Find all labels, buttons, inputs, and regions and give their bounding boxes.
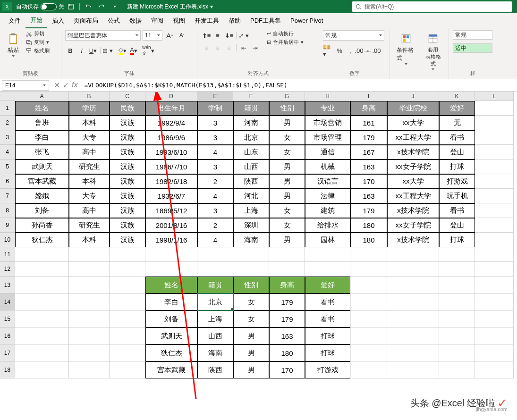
cell-A1[interactable]: 姓名 [15,101,69,116]
cell-I14[interactable] [350,294,387,311]
cell-K17[interactable] [439,344,475,361]
cell-D14[interactable]: 李白 [145,294,197,311]
cell-B15[interactable] [69,311,110,328]
cell-J5[interactable]: xx女子学院 [387,160,439,174]
cell-K16[interactable] [439,328,475,344]
row-header-7[interactable]: 7 [0,189,15,203]
cell-L4[interactable] [475,145,514,160]
cell-I11[interactable] [350,247,387,262]
col-header-B[interactable]: B [69,92,110,101]
cell-B17[interactable] [69,344,110,361]
cell-B1[interactable]: 学历 [69,101,110,116]
cell-I18[interactable] [350,361,387,378]
cell-J13[interactable] [387,277,439,294]
cell-J6[interactable]: xx大学 [387,174,439,189]
cell-G1[interactable]: 性别 [269,101,305,116]
cell-H10[interactable]: 园林 [305,233,350,247]
cell-D11[interactable] [145,247,197,262]
cell-D7[interactable]: 1932/6/7 [145,189,197,203]
menu-公式[interactable]: 公式 [103,14,125,28]
cell-K11[interactable] [439,247,475,262]
cell-J9[interactable]: xx女子学院 [387,218,439,233]
cell-H7[interactable]: 法律 [305,189,350,203]
cell-F8[interactable]: 上海 [233,203,269,218]
format-painter-button[interactable]: 格式刷 [25,47,50,54]
align-right-icon[interactable]: ≡ [224,42,234,53]
cell-L12[interactable] [475,262,514,277]
cell-C12[interactable] [110,262,145,277]
cell-I16[interactable] [350,328,387,344]
col-header-A[interactable]: A [15,92,69,101]
col-header-F[interactable]: F [233,92,269,101]
cell-E12[interactable] [197,262,233,277]
cell-J3[interactable]: xx工程大学 [387,130,439,145]
cell-G16[interactable]: 163 [269,328,305,344]
number-format-select[interactable]: 常规 [323,30,384,41]
align-bottom-icon[interactable]: ⬇≡ [224,30,234,41]
cell-K18[interactable] [439,361,475,378]
cell-J17[interactable] [387,344,439,361]
cell-C14[interactable] [110,294,145,311]
percent-icon[interactable]: % [334,45,345,56]
menu-数据[interactable]: 数据 [125,14,146,28]
cell-C4[interactable]: 汉族 [110,145,145,160]
row-header-14[interactable]: 14 [0,294,15,311]
cell-L18[interactable] [475,361,514,378]
cut-button[interactable]: 剪切 [25,30,50,37]
copy-button[interactable]: 复制 ▾ [25,39,50,46]
cell-C16[interactable] [110,328,145,344]
row-header-16[interactable]: 16 [0,328,15,344]
menu-Power Pivot[interactable]: Power Pivot [286,14,328,27]
cell-F1[interactable]: 籍贯 [233,101,269,116]
cell-C11[interactable] [110,247,145,262]
cell-D12[interactable] [145,262,197,277]
cell-F9[interactable]: 深圳 [233,218,269,233]
cell-E15[interactable]: 上海 [197,311,233,328]
border-icon[interactable]: ⊞ ▾ [102,45,113,56]
cell-J2[interactable]: xx大学 [387,116,439,130]
cell-E10[interactable]: 4 [197,233,233,247]
menu-插入[interactable]: 插入 [47,14,69,28]
cell-E11[interactable] [197,247,233,262]
cell-L17[interactable] [475,344,514,361]
row-header-12[interactable]: 12 [0,262,15,277]
formula-bar[interactable]: =VLOOKUP($D14,$A$1:$K$10,MATCH(E$13,$A$1… [80,82,517,89]
cell-E13[interactable]: 籍贯 [197,277,233,294]
col-header-L[interactable]: L [475,92,514,101]
cell-F17[interactable]: 男 [233,344,269,361]
cell-H17[interactable]: 打球 [305,344,350,361]
cell-L13[interactable] [475,277,514,294]
cell-G18[interactable]: 170 [269,361,305,378]
save-icon[interactable] [65,1,76,12]
cell-E3[interactable]: 3 [197,130,233,145]
cell-I17[interactable] [350,344,387,361]
format-table-button[interactable]: 套用 表格格式 [422,30,445,72]
cell-F4[interactable]: 山东 [233,145,269,160]
cell-B6[interactable]: 本科 [69,174,110,189]
cell-A18[interactable] [15,361,69,378]
cell-J12[interactable] [387,262,439,277]
cell-L16[interactable] [475,328,514,344]
cell-I12[interactable] [350,262,387,277]
cell-B9[interactable]: 研究生 [69,218,110,233]
cell-C8[interactable]: 汉族 [110,203,145,218]
cell-H16[interactable]: 打球 [305,328,350,344]
cell-C1[interactable]: 民族 [110,101,145,116]
cell-B12[interactable] [69,262,110,277]
cell-E14[interactable]: 北京 [197,294,233,311]
cell-F12[interactable] [233,262,269,277]
cell-C17[interactable] [110,344,145,361]
cell-C13[interactable] [110,277,145,294]
cell-E4[interactable]: 4 [197,145,233,160]
cell-E6[interactable]: 2 [197,174,233,189]
cell-G12[interactable] [269,262,305,277]
cell-F2[interactable]: 河南 [233,116,269,130]
cell-C3[interactable]: 汉族 [110,130,145,145]
cell-G10[interactable]: 男 [269,233,305,247]
cell-A4[interactable]: 张飞 [15,145,69,160]
cell-B11[interactable] [69,247,110,262]
cell-F3[interactable]: 北京 [233,130,269,145]
row-header-3[interactable]: 3 [0,130,15,145]
cell-D15[interactable]: 刘备 [145,311,197,328]
cell-H9[interactable]: 给排水 [305,218,350,233]
